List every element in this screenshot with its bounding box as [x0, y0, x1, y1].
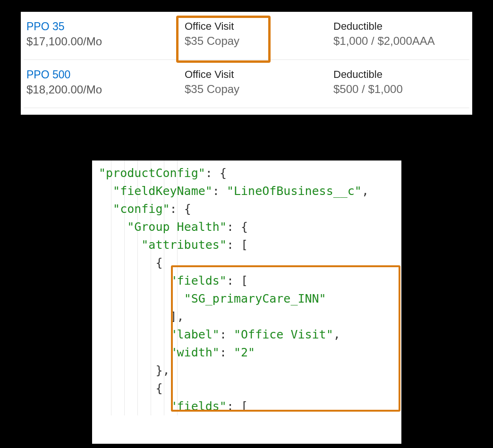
office-visit-label: Office Visit: [185, 68, 333, 81]
deductible-label: Deductible: [333, 20, 467, 33]
plan-link[interactable]: PPO 35: [26, 20, 185, 33]
plan-row: PPO 35 $17,100.00/Mo Office Visit $35 Co…: [24, 12, 469, 60]
json-string: "2": [234, 346, 255, 359]
code-snippet: "productConfig": { "fieldKeyName": "Line…: [92, 161, 401, 444]
plan-summary-cell: PPO 500 $18,200.00/Mo: [26, 68, 185, 96]
json-key: "productConfig": [99, 166, 205, 180]
plan-summary-cell: PPO 35 $17,100.00/Mo: [26, 20, 185, 48]
plan-table: PPO 35 $17,100.00/Mo Office Visit $35 Co…: [21, 12, 472, 115]
office-visit-value: $35 Copay: [185, 83, 333, 96]
json-key: "width": [170, 346, 220, 359]
json-string: "LineOfBusiness__c": [227, 184, 362, 198]
json-key: "label": [170, 328, 220, 341]
json-key: "config": [113, 202, 170, 216]
json-key: "fields": [170, 399, 227, 413]
deductible-value: $1,000 / $2,000AAA: [333, 34, 467, 48]
plan-link[interactable]: PPO 500: [26, 68, 185, 81]
code-content: "productConfig": { "fieldKeyName": "Line…: [92, 161, 401, 415]
deductible-value: $500 / $1,000: [333, 83, 467, 96]
json-key: "attributes": [141, 238, 227, 252]
json-key: "fieldKeyName": [113, 184, 212, 198]
office-visit-cell: Office Visit $35 Copay: [185, 68, 333, 96]
json-string: "SG_primaryCare_INN": [184, 292, 326, 305]
deductible-label: Deductible: [333, 68, 467, 81]
json-string: "Office Visit": [234, 328, 333, 341]
plan-price: $18,200.00/Mo: [26, 83, 185, 96]
plan-price: $17,100.00/Mo: [26, 35, 185, 48]
office-visit-label: Office Visit: [185, 20, 333, 33]
plan-row: PPO 500 $18,200.00/Mo Office Visit $35 C…: [24, 60, 469, 108]
office-visit-value: $35 Copay: [185, 34, 333, 48]
json-key: "Group Health": [127, 220, 227, 234]
json-key: "fields": [170, 274, 227, 287]
deductible-cell: Deductible $1,000 / $2,000AAA: [333, 20, 467, 48]
office-visit-cell: Office Visit $35 Copay: [185, 20, 333, 48]
deductible-cell: Deductible $500 / $1,000: [333, 68, 467, 96]
